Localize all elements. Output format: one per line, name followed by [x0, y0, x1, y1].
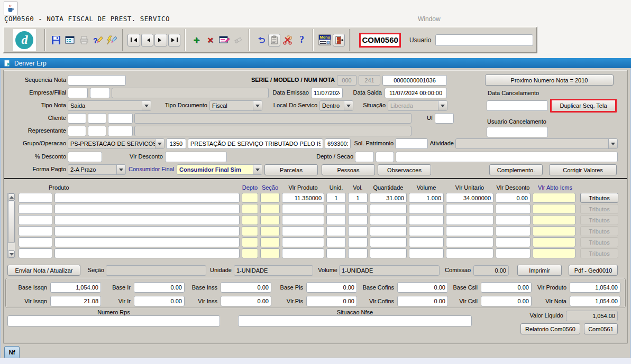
grid-cell-secao[interactable] [260, 193, 280, 203]
grid-cell-depto[interactable] [242, 248, 258, 258]
grid-cell-quantidade[interactable] [370, 204, 407, 214]
imprimir-button[interactable]: Imprimir [517, 265, 562, 276]
grid-cell-volume[interactable] [409, 226, 444, 236]
grid-cell-volume[interactable] [409, 204, 444, 214]
grid-cell-vlr-abto-icms[interactable] [533, 237, 575, 247]
vlr-nota-label: Vlr Nota [532, 296, 570, 306]
total-vlr-produto-field[interactable] [570, 282, 620, 293]
base-cofins-field[interactable] [397, 282, 448, 293]
vlr-nota-field[interactable] [570, 296, 620, 306]
vlr-issqn-field[interactable] [50, 296, 101, 306]
grid-cell-unid[interactable] [326, 237, 346, 247]
grid-cell-depto[interactable] [242, 204, 258, 214]
grid-cell-vlr-produto[interactable] [282, 237, 324, 247]
pdf-ged0010-button[interactable]: Pdf - Ged0010 [569, 265, 618, 276]
base-issqn-field[interactable] [50, 282, 101, 293]
grid-cell-vlr-produto[interactable] [282, 215, 324, 225]
base-pis-field[interactable] [306, 282, 357, 293]
tab-nf[interactable]: Nf [4, 346, 20, 358]
grid-cell-descricao[interactable] [54, 193, 240, 203]
grid-cell-produto[interactable] [19, 248, 52, 258]
base-inss-field[interactable] [221, 282, 271, 293]
grid-cell-vlr-desconto[interactable] [496, 248, 531, 258]
vlr-pis-field[interactable] [306, 296, 357, 306]
grid-cell-vlr-desconto[interactable] [496, 237, 531, 247]
vlr-cofins-field[interactable] [397, 296, 448, 306]
grid-cell-vlr-abto-icms[interactable] [533, 215, 575, 225]
grid-cell-secao[interactable] [260, 248, 280, 258]
grid-cell-depto[interactable] [242, 193, 258, 203]
grid-cell-vlr-desconto[interactable] [496, 226, 531, 236]
grid-cell-produto[interactable] [19, 237, 52, 247]
grid-cell-quantidade[interactable] [370, 237, 407, 247]
grid-cell-vlr-abto-icms[interactable] [533, 226, 575, 236]
grid-cell-vlr-produto[interactable] [282, 248, 324, 258]
grid-cell-secao[interactable] [260, 215, 280, 225]
grid-cell-vlr-abto-icms[interactable] [533, 204, 575, 214]
grid-cell-descricao[interactable] [54, 204, 240, 214]
grid-cell-unid[interactable] [326, 248, 346, 258]
grid-cell-vlr-produto[interactable] [282, 193, 324, 203]
grid-cell-vlr-desconto[interactable] [496, 204, 531, 214]
grid-cell-secao[interactable] [260, 204, 280, 214]
grid-cell-secao[interactable] [260, 237, 280, 247]
grid-cell-produto[interactable] [19, 215, 52, 225]
grid-cell-vlr-abto-icms[interactable] [533, 193, 575, 203]
grid-cell-volume[interactable] [409, 215, 444, 225]
tributos-button[interactable]: Tributos [580, 193, 618, 203]
total-vlr-produto-label: Vlr Produto [532, 282, 570, 293]
grid-cell-produto[interactable] [19, 204, 52, 214]
grid-cell-vlr-produto[interactable] [282, 226, 324, 236]
base-ir-field[interactable] [134, 282, 185, 293]
grid-cell-quantidade[interactable] [370, 248, 407, 258]
grid-cell-volume[interactable] [409, 248, 444, 258]
situacao-nfse-input[interactable] [238, 315, 472, 326]
grid-cell-descricao[interactable] [54, 215, 240, 225]
unidade-field [234, 265, 313, 276]
grid-cell-produto[interactable] [19, 226, 52, 236]
grid-cell-depto[interactable] [242, 226, 258, 236]
grid-cell-quantidade[interactable] [370, 215, 407, 225]
grid-cell-volume[interactable] [409, 193, 444, 203]
grid-cell-descricao[interactable] [54, 237, 240, 247]
grid-cell-depto[interactable] [242, 215, 258, 225]
vlr-ir-field[interactable] [134, 296, 185, 306]
numero-rps-input[interactable] [7, 315, 220, 326]
grid-cell-secao[interactable] [260, 226, 280, 236]
grid-cell-vol[interactable] [348, 193, 368, 203]
com0561-button[interactable]: Com0561 [584, 323, 618, 334]
grid-cell-produto[interactable] [19, 193, 52, 203]
grid-cell-vol[interactable] [348, 248, 368, 258]
grid-cell-vlr-desconto[interactable] [496, 193, 531, 203]
grid-cell-vlr-unitario[interactable] [446, 215, 493, 225]
grid-cell-vlr-unitario[interactable] [446, 193, 493, 203]
grid-cell-vlr-desconto[interactable] [496, 215, 531, 225]
grid-cell-descricao[interactable] [54, 226, 240, 236]
vlr-inss-field[interactable] [221, 296, 271, 306]
grid-cell-vlr-unitario[interactable] [446, 204, 493, 214]
grid-cell-quantidade[interactable] [370, 226, 407, 236]
grid-cell-vol[interactable] [348, 237, 368, 247]
grid-cell-vlr-unitario[interactable] [446, 237, 493, 247]
grid-cell-vol[interactable] [348, 204, 368, 214]
comissao-label: Comissao [444, 267, 471, 274]
grid-cell-vlr-abto-icms[interactable] [533, 248, 575, 258]
vlr-csll-field[interactable] [481, 296, 532, 306]
grid-cell-vlr-unitario[interactable] [446, 226, 493, 236]
relatorio-com0560-button[interactable]: Relatorio Com0560 [520, 323, 580, 334]
grid-cell-unid[interactable] [326, 215, 346, 225]
grid-cell-depto[interactable] [242, 237, 258, 247]
grid-cell-unid[interactable] [326, 204, 346, 214]
grid-cell-unid[interactable] [326, 226, 346, 236]
grid-cell-vlr-unitario[interactable] [446, 248, 493, 258]
enviar-nota-button[interactable]: Enviar Nota / Atualizar [7, 265, 80, 276]
grid-cell-descricao[interactable] [54, 248, 240, 258]
tributos-button: Tributos [580, 204, 618, 214]
grid-cell-quantidade[interactable] [370, 193, 407, 203]
grid-cell-vol[interactable] [348, 226, 368, 236]
grid-cell-vlr-produto[interactable] [282, 204, 324, 214]
grid-cell-vol[interactable] [348, 215, 368, 225]
grid-cell-volume[interactable] [409, 237, 444, 247]
grid-cell-unid[interactable] [326, 193, 346, 203]
base-csll-field[interactable] [481, 282, 532, 293]
